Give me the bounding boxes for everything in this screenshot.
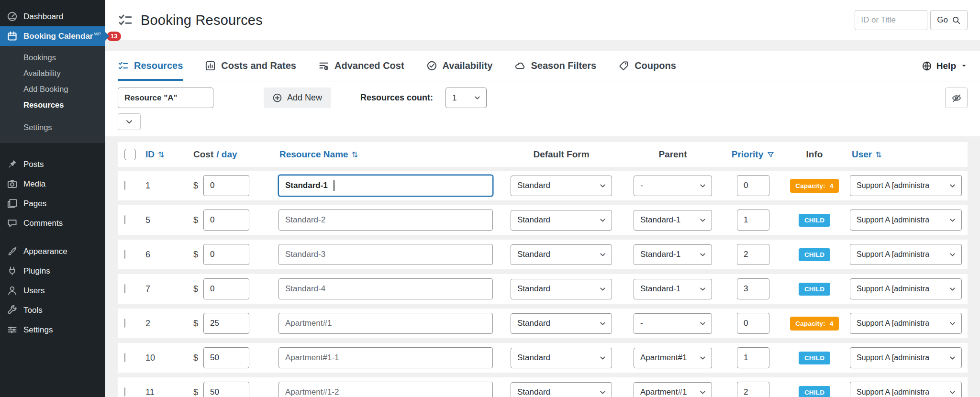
- row-checkbox[interactable]: [124, 250, 125, 259]
- resource-name-input[interactable]: [278, 244, 493, 265]
- checklist-icon: [118, 60, 129, 71]
- resource-row: 10 $ Standard Apartment#1: [118, 343, 968, 373]
- priority-input[interactable]: [737, 313, 769, 334]
- resource-row: 11 $ Standard Apartment#1: [118, 377, 968, 397]
- sidebar-item-comments[interactable]: Comments: [0, 213, 105, 233]
- default-form-select[interactable]: Standard: [511, 210, 612, 231]
- per-day-link[interactable]: / day: [216, 149, 237, 160]
- search-group: Go: [855, 10, 968, 30]
- help-menu[interactable]: Help: [922, 51, 968, 81]
- tab-season-filters[interactable]: Season Filters: [514, 51, 596, 81]
- priority-input[interactable]: [737, 347, 769, 368]
- priority-input[interactable]: [737, 382, 769, 397]
- priority-input[interactable]: [737, 278, 769, 299]
- cost-input[interactable]: [203, 313, 249, 334]
- cost-input[interactable]: [203, 278, 249, 299]
- sidebar-subitem-resources[interactable]: Resources: [0, 97, 105, 113]
- parent-select[interactable]: Standard-1: [634, 244, 712, 265]
- parent-select[interactable]: Apartment#1: [634, 382, 712, 397]
- sidebar-item-settings[interactable]: Settings: [0, 320, 105, 340]
- user-select[interactable]: Support A [administra: [850, 244, 962, 265]
- sidebar-item-appearance[interactable]: Appearance: [0, 242, 105, 261]
- default-form-select[interactable]: Standard: [511, 348, 612, 368]
- resource-name-input[interactable]: [278, 382, 493, 397]
- tab-resources[interactable]: Resources: [118, 51, 183, 81]
- row-id: 1: [145, 181, 188, 191]
- sidebar-subitem-availability[interactable]: Availability: [0, 66, 105, 81]
- sidebar-item-tools[interactable]: Tools: [0, 300, 105, 320]
- row-checkbox[interactable]: [124, 215, 125, 224]
- expand-row: [105, 108, 980, 136]
- chevron-down-icon: [599, 388, 607, 397]
- search-input[interactable]: [855, 10, 927, 30]
- chevron-down-icon: [948, 354, 957, 362]
- resource-name-input[interactable]: [278, 175, 493, 196]
- sidebar-item-plugins[interactable]: Plugins: [0, 261, 105, 281]
- resource-name-input[interactable]: [278, 347, 493, 368]
- tab-costs-and-rates[interactable]: Costs and Rates: [205, 51, 296, 81]
- dashboard-icon: [7, 11, 18, 22]
- parent-select[interactable]: -: [634, 176, 712, 196]
- select-all-checkbox[interactable]: [124, 149, 136, 160]
- user-select[interactable]: Support A [administra: [850, 382, 962, 397]
- default-form-select[interactable]: Standard: [511, 176, 612, 196]
- row-checkbox[interactable]: [124, 319, 125, 328]
- sidebar-item-media[interactable]: Media: [0, 174, 105, 194]
- priority-input[interactable]: [737, 175, 769, 196]
- user-select[interactable]: Support A [administra: [850, 313, 962, 334]
- go-button[interactable]: Go: [930, 10, 968, 30]
- cost-input[interactable]: [203, 244, 249, 265]
- resource-filter-input[interactable]: [118, 88, 213, 108]
- sidebar-item-booking-calendar[interactable]: Booking CalendarWP 13: [0, 26, 105, 46]
- parent-select[interactable]: Apartment#1: [634, 348, 712, 368]
- sidebar-subitem-settings[interactable]: Settings: [0, 120, 105, 135]
- user-select[interactable]: Support A [administra: [850, 278, 962, 299]
- currency-symbol: $: [193, 284, 198, 294]
- tab-availability[interactable]: Availability: [426, 51, 493, 81]
- row-checkbox[interactable]: [124, 181, 125, 190]
- eye-off-icon: [951, 93, 962, 103]
- add-new-button[interactable]: Add New: [264, 88, 331, 108]
- main-content: Booking Resources Go Resources Costs and…: [105, 0, 980, 397]
- row-checkbox[interactable]: [124, 353, 125, 362]
- row-checkbox[interactable]: [124, 284, 125, 293]
- sidebar-subitem-add-booking[interactable]: Add Booking: [0, 81, 105, 97]
- toggle-visibility-button[interactable]: [945, 88, 968, 108]
- sidebar-subitem-bookings[interactable]: Bookings: [0, 50, 105, 66]
- cost-input[interactable]: [203, 347, 249, 368]
- sidebar-item-users[interactable]: Users: [0, 281, 105, 300]
- priority-input[interactable]: [737, 210, 769, 231]
- user-select[interactable]: Support A [administra: [850, 210, 962, 231]
- row-id: 2: [145, 319, 188, 329]
- resources-count-select[interactable]: 1: [445, 88, 487, 108]
- booking-resources-icon: [118, 12, 133, 28]
- sidebar-item-pages[interactable]: Pages: [0, 194, 105, 213]
- cost-input[interactable]: [203, 210, 249, 231]
- sidebar-item-posts[interactable]: Posts: [0, 154, 105, 174]
- expand-button[interactable]: [118, 113, 141, 130]
- priority-input[interactable]: [737, 244, 769, 265]
- default-form-select[interactable]: Standard: [511, 313, 612, 334]
- tab-coupons[interactable]: Coupons: [618, 51, 676, 81]
- parent-select[interactable]: -: [634, 313, 712, 334]
- default-form-select[interactable]: Standard: [511, 244, 612, 265]
- column-header-resource-name[interactable]: Resource Name ⇅: [269, 149, 504, 160]
- default-form-select[interactable]: Standard: [511, 382, 612, 397]
- user-select[interactable]: Support A [administra: [850, 347, 962, 368]
- parent-select[interactable]: Standard-1: [634, 210, 712, 231]
- user-select[interactable]: Support A [administra: [850, 175, 962, 196]
- resource-name-input[interactable]: [278, 210, 493, 231]
- tab-advanced-cost[interactable]: Advanced Cost: [318, 51, 404, 81]
- column-header-id[interactable]: ID ⇅: [145, 149, 188, 160]
- cost-input[interactable]: [203, 382, 249, 397]
- resource-name-input[interactable]: [278, 278, 493, 299]
- parent-select[interactable]: Standard-1: [634, 279, 712, 299]
- column-header-priority[interactable]: Priority: [727, 149, 779, 160]
- row-checkbox[interactable]: [124, 387, 125, 397]
- cost-input[interactable]: [203, 175, 249, 196]
- sidebar-item-dashboard[interactable]: Dashboard: [0, 7, 105, 26]
- chevron-down-icon: [473, 94, 481, 102]
- default-form-select[interactable]: Standard: [511, 279, 612, 299]
- column-header-user[interactable]: User ⇅: [850, 149, 968, 160]
- resource-name-input[interactable]: [278, 313, 493, 334]
